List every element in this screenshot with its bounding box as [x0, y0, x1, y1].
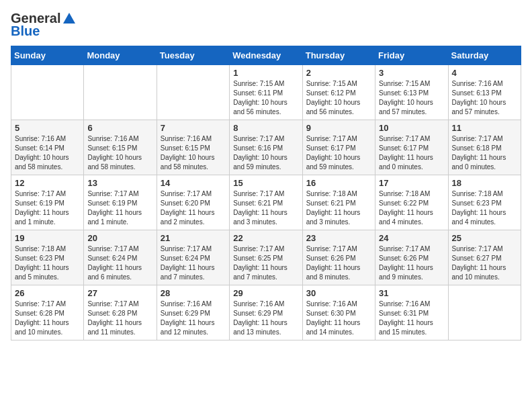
day-number: 16	[306, 178, 371, 188]
weekday-header-wednesday: Wednesday	[230, 46, 302, 65]
day-info: Sunrise: 7:17 AM Sunset: 6:21 PM Dayligh…	[233, 189, 298, 227]
calendar-cell: 28Sunrise: 7:16 AM Sunset: 6:29 PM Dayli…	[157, 285, 229, 340]
calendar-cell: 31Sunrise: 7:16 AM Sunset: 6:31 PM Dayli…	[375, 285, 448, 340]
week-row-5: 26Sunrise: 7:17 AM Sunset: 6:28 PM Dayli…	[11, 285, 521, 340]
day-info: Sunrise: 7:17 AM Sunset: 6:26 PM Dayligh…	[306, 244, 371, 282]
logo-icon	[62, 11, 77, 26]
calendar-cell	[157, 65, 229, 120]
day-number: 5	[15, 123, 80, 133]
calendar-table: SundayMondayTuesdayWednesdayThursdayFrid…	[11, 46, 521, 340]
day-number: 6	[87, 123, 152, 133]
day-info: Sunrise: 7:18 AM Sunset: 6:23 PM Dayligh…	[15, 244, 80, 282]
day-info: Sunrise: 7:17 AM Sunset: 6:28 PM Dayligh…	[15, 300, 80, 337]
calendar-cell: 9Sunrise: 7:17 AM Sunset: 6:17 PM Daylig…	[302, 120, 375, 175]
calendar-cell: 1Sunrise: 7:15 AM Sunset: 6:11 PM Daylig…	[230, 65, 302, 120]
day-number: 4	[452, 68, 517, 78]
day-number: 21	[161, 233, 226, 243]
calendar-cell	[448, 285, 521, 340]
day-info: Sunrise: 7:17 AM Sunset: 6:20 PM Dayligh…	[161, 189, 226, 227]
day-number: 30	[306, 288, 371, 298]
day-info: Sunrise: 7:17 AM Sunset: 6:16 PM Dayligh…	[233, 134, 298, 172]
day-number: 17	[379, 178, 444, 188]
day-info: Sunrise: 7:16 AM Sunset: 6:30 PM Dayligh…	[306, 300, 371, 337]
day-number: 2	[306, 68, 371, 78]
day-number: 3	[379, 68, 444, 78]
day-number: 11	[452, 123, 517, 133]
day-info: Sunrise: 7:16 AM Sunset: 6:29 PM Dayligh…	[161, 300, 226, 337]
calendar-cell: 18Sunrise: 7:18 AM Sunset: 6:23 PM Dayli…	[448, 175, 521, 230]
calendar-cell: 11Sunrise: 7:17 AM Sunset: 6:18 PM Dayli…	[448, 120, 521, 175]
day-info: Sunrise: 7:17 AM Sunset: 6:19 PM Dayligh…	[87, 189, 152, 227]
calendar-cell: 23Sunrise: 7:17 AM Sunset: 6:26 PM Dayli…	[302, 230, 375, 285]
day-number: 8	[233, 123, 298, 133]
week-row-4: 19Sunrise: 7:18 AM Sunset: 6:23 PM Dayli…	[11, 230, 521, 285]
day-info: Sunrise: 7:16 AM Sunset: 6:13 PM Dayligh…	[452, 79, 517, 117]
day-info: Sunrise: 7:16 AM Sunset: 6:14 PM Dayligh…	[15, 134, 80, 172]
day-info: Sunrise: 7:17 AM Sunset: 6:17 PM Dayligh…	[306, 134, 371, 172]
day-number: 29	[233, 288, 298, 298]
day-info: Sunrise: 7:15 AM Sunset: 6:13 PM Dayligh…	[379, 79, 444, 117]
day-info: Sunrise: 7:17 AM Sunset: 6:18 PM Dayligh…	[452, 134, 517, 172]
day-info: Sunrise: 7:17 AM Sunset: 6:28 PM Dayligh…	[87, 300, 152, 337]
day-number: 22	[233, 233, 298, 243]
calendar-cell: 29Sunrise: 7:16 AM Sunset: 6:29 PM Dayli…	[230, 285, 302, 340]
calendar-cell: 12Sunrise: 7:17 AM Sunset: 6:19 PM Dayli…	[11, 175, 84, 230]
calendar-cell: 8Sunrise: 7:17 AM Sunset: 6:16 PM Daylig…	[230, 120, 302, 175]
day-number: 15	[233, 178, 298, 188]
day-number: 7	[161, 123, 226, 133]
day-number: 19	[15, 233, 80, 243]
calendar-cell: 16Sunrise: 7:18 AM Sunset: 6:21 PM Dayli…	[302, 175, 375, 230]
calendar-cell: 2Sunrise: 7:15 AM Sunset: 6:12 PM Daylig…	[302, 65, 375, 120]
day-number: 1	[233, 68, 298, 78]
calendar-cell: 10Sunrise: 7:17 AM Sunset: 6:17 PM Dayli…	[375, 120, 448, 175]
day-info: Sunrise: 7:17 AM Sunset: 6:24 PM Dayligh…	[161, 244, 226, 282]
calendar-cell: 14Sunrise: 7:17 AM Sunset: 6:20 PM Dayli…	[157, 175, 229, 230]
day-number: 31	[379, 288, 444, 298]
calendar-cell: 3Sunrise: 7:15 AM Sunset: 6:13 PM Daylig…	[375, 65, 448, 120]
day-info: Sunrise: 7:17 AM Sunset: 6:24 PM Dayligh…	[87, 244, 152, 282]
calendar-cell: 4Sunrise: 7:16 AM Sunset: 6:13 PM Daylig…	[448, 65, 521, 120]
weekday-header-row: SundayMondayTuesdayWednesdayThursdayFrid…	[11, 46, 521, 65]
day-info: Sunrise: 7:16 AM Sunset: 6:15 PM Dayligh…	[87, 134, 152, 172]
weekday-header-monday: Monday	[84, 46, 157, 65]
calendar-cell: 17Sunrise: 7:18 AM Sunset: 6:22 PM Dayli…	[375, 175, 448, 230]
weekday-header-saturday: Saturday	[448, 46, 521, 65]
calendar-cell: 20Sunrise: 7:17 AM Sunset: 6:24 PM Dayli…	[84, 230, 157, 285]
weekday-header-sunday: Sunday	[11, 46, 84, 65]
calendar-cell: 26Sunrise: 7:17 AM Sunset: 6:28 PM Dayli…	[11, 285, 84, 340]
day-number: 18	[452, 178, 517, 188]
day-info: Sunrise: 7:17 AM Sunset: 6:19 PM Dayligh…	[15, 189, 80, 227]
calendar-cell: 5Sunrise: 7:16 AM Sunset: 6:14 PM Daylig…	[11, 120, 84, 175]
week-row-1: 1Sunrise: 7:15 AM Sunset: 6:11 PM Daylig…	[11, 65, 521, 120]
day-info: Sunrise: 7:17 AM Sunset: 6:25 PM Dayligh…	[233, 244, 298, 282]
day-number: 28	[161, 288, 226, 298]
calendar-cell: 22Sunrise: 7:17 AM Sunset: 6:25 PM Dayli…	[230, 230, 302, 285]
svg-marker-0	[63, 13, 75, 24]
day-number: 10	[379, 123, 444, 133]
day-number: 27	[87, 288, 152, 298]
day-info: Sunrise: 7:15 AM Sunset: 6:11 PM Dayligh…	[233, 79, 298, 117]
day-number: 25	[452, 233, 517, 243]
day-info: Sunrise: 7:15 AM Sunset: 6:12 PM Dayligh…	[306, 79, 371, 117]
weekday-header-tuesday: Tuesday	[157, 46, 229, 65]
calendar-cell: 7Sunrise: 7:16 AM Sunset: 6:15 PM Daylig…	[157, 120, 229, 175]
day-info: Sunrise: 7:17 AM Sunset: 6:27 PM Dayligh…	[452, 244, 517, 282]
day-info: Sunrise: 7:16 AM Sunset: 6:29 PM Dayligh…	[233, 300, 298, 337]
day-number: 12	[15, 178, 80, 188]
calendar-cell: 27Sunrise: 7:17 AM Sunset: 6:28 PM Dayli…	[84, 285, 157, 340]
day-number: 24	[379, 233, 444, 243]
calendar-cell: 13Sunrise: 7:17 AM Sunset: 6:19 PM Dayli…	[84, 175, 157, 230]
weekday-header-thursday: Thursday	[302, 46, 375, 65]
day-info: Sunrise: 7:18 AM Sunset: 6:22 PM Dayligh…	[379, 189, 444, 227]
day-info: Sunrise: 7:16 AM Sunset: 6:31 PM Dayligh…	[379, 300, 444, 337]
day-info: Sunrise: 7:18 AM Sunset: 6:23 PM Dayligh…	[452, 189, 517, 227]
day-info: Sunrise: 7:17 AM Sunset: 6:17 PM Dayligh…	[379, 134, 444, 172]
calendar-cell: 6Sunrise: 7:16 AM Sunset: 6:15 PM Daylig…	[84, 120, 157, 175]
day-info: Sunrise: 7:16 AM Sunset: 6:15 PM Dayligh…	[161, 134, 226, 172]
calendar-cell: 19Sunrise: 7:18 AM Sunset: 6:23 PM Dayli…	[11, 230, 84, 285]
page-header: General Blue	[11, 11, 521, 39]
day-number: 14	[161, 178, 226, 188]
weekday-header-friday: Friday	[375, 46, 448, 65]
week-row-2: 5Sunrise: 7:16 AM Sunset: 6:14 PM Daylig…	[11, 120, 521, 175]
calendar-cell: 30Sunrise: 7:16 AM Sunset: 6:30 PM Dayli…	[302, 285, 375, 340]
